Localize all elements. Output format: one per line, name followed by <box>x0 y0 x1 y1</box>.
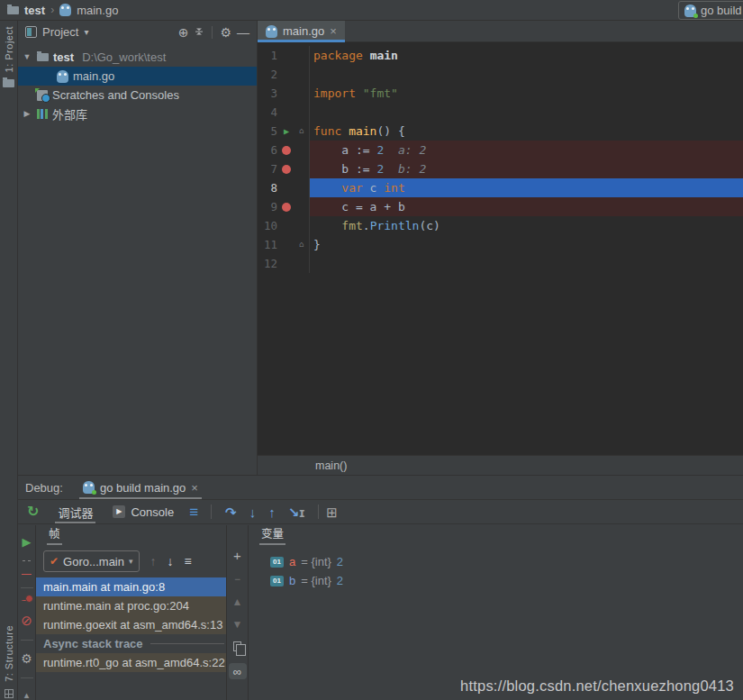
resume-icon[interactable]: ▶ <box>23 536 32 548</box>
locate-file-icon[interactable]: ⊕ <box>178 26 189 39</box>
gutter[interactable]: 4 <box>258 103 310 122</box>
code-text: func main() { <box>310 122 743 141</box>
next-frame-icon[interactable]: ↓ <box>168 555 174 568</box>
breakpoint-icon[interactable] <box>277 146 295 155</box>
code-line-1[interactable]: 1package main <box>258 46 743 65</box>
gear-icon[interactable]: ⚙ <box>220 26 231 39</box>
frame-row[interactable]: runtime.goexit at asm_amd64.s:13 <box>36 615 226 634</box>
debug-session-tab[interactable]: go build main.go × <box>79 476 202 499</box>
project-tree: ▼testD:\Go_work\testmain.goScratches and… <box>18 43 257 123</box>
project-panel-title[interactable]: Project <box>42 25 78 39</box>
breakpoint-dot <box>282 146 291 155</box>
gutter[interactable]: 12 <box>258 254 310 273</box>
breadcrumb-file[interactable]: main.go <box>77 4 118 17</box>
chevron-down-icon: ▾ <box>129 558 133 566</box>
code-line-6[interactable]: 6 a := 2 a: 2 <box>258 141 743 159</box>
chevron-down-icon[interactable]: ▾ <box>84 28 88 37</box>
tree-item-外部库[interactable]: ▶外部库 <box>18 105 257 123</box>
tab-frames[interactable]: 帧 <box>47 524 62 545</box>
breadcrumb-project[interactable]: test <box>24 4 45 17</box>
code-line-2[interactable]: 2 <box>258 65 743 84</box>
move-up-icon[interactable]: ▲ <box>232 596 243 607</box>
stop-icon[interactable] <box>22 574 32 575</box>
rerun-icon[interactable]: ↻ <box>27 505 39 519</box>
variable-row-a[interactable]: 01a= {int}2 <box>249 552 743 571</box>
code-line-12[interactable]: 12 <box>258 254 743 273</box>
goroutine-selector[interactable]: ✔ Goro...main ▾ <box>43 550 140 572</box>
editor-tab-maingo[interactable]: main.go × <box>258 21 345 41</box>
prev-frame-icon[interactable]: ↑ <box>150 555 157 568</box>
breakpoint-icon[interactable] <box>277 203 295 212</box>
gutter[interactable]: 8 <box>258 178 310 197</box>
debug-toolbar: ↻ 调试器 ▶ Console ≡ ↷ ↓ ↑ ↘ɪ ⊞ <box>18 499 743 524</box>
tab-console[interactable]: ▶ Console <box>103 500 184 523</box>
tab-variables[interactable]: 变量 <box>259 524 285 545</box>
breadcrumb-function[interactable]: main() <box>315 459 347 472</box>
gutter[interactable]: 7 <box>258 159 310 178</box>
show-watches-icon[interactable]: ∞ <box>229 663 247 679</box>
code-line-7[interactable]: 7 b := 2 b: 2 <box>258 159 743 178</box>
collapse-all-icon[interactable] <box>194 25 204 40</box>
code-line-11[interactable]: 11⌂} <box>258 235 743 254</box>
view-breakpoints-icon[interactable] <box>22 600 32 601</box>
run-configuration-selector[interactable]: go build <box>678 1 743 20</box>
run-to-cursor-icon[interactable]: ↘ɪ <box>288 505 305 520</box>
add-watch-icon[interactable]: + <box>233 549 241 562</box>
tool-window-tab-structure[interactable]: 7: Structure <box>4 625 14 682</box>
gutter[interactable]: 9 <box>258 197 310 216</box>
code-line-4[interactable]: 4 <box>258 103 743 122</box>
close-icon[interactable]: × <box>330 25 337 37</box>
tree-item-test[interactable]: ▼testD:\Go_work\test <box>18 48 257 67</box>
fold-marker-icon[interactable]: ⌂ <box>295 241 308 249</box>
gutter[interactable]: 6 <box>258 141 310 159</box>
frame-row[interactable]: runtime.main at proc.go:204 <box>36 596 226 615</box>
project-panel: Project ▾ ⊕ ⚙ — ▼testD:\Go_work\testmain… <box>18 21 258 475</box>
frames-group-header[interactable]: Async stack trace <box>36 634 226 653</box>
code-line-5[interactable]: 5▶⌂func main() { <box>258 122 743 141</box>
frame-label: runtime.main at proc.go:204 <box>43 599 189 613</box>
mute-breakpoints-icon[interactable]: ⊘ <box>21 614 32 627</box>
project-tool-icon[interactable] <box>3 79 14 87</box>
step-out-icon[interactable]: ↑ <box>268 505 276 519</box>
hide-frames-icon[interactable]: ≡ <box>185 555 192 568</box>
gutter[interactable]: 11⌂ <box>258 235 310 254</box>
settings-gear-icon[interactable]: ⚙ <box>21 652 32 665</box>
gutter[interactable]: 2 <box>258 65 310 84</box>
tree-item-main.go[interactable]: main.go <box>18 67 257 86</box>
tab-debugger[interactable]: 调试器 <box>48 500 103 523</box>
layout-menu-icon[interactable]: ≡ <box>189 505 198 520</box>
variable-row-b[interactable]: 01b= {int}2 <box>249 571 743 590</box>
evaluate-expression-icon[interactable]: ⊞ <box>326 505 338 519</box>
project-panel-header: Project ▾ ⊕ ⚙ — <box>18 21 257 43</box>
code-line-10[interactable]: 10 fmt.Println(c) <box>258 216 743 235</box>
tree-item-Scratches and Consoles[interactable]: Scratches and Consoles <box>18 86 257 105</box>
code-text <box>310 103 743 122</box>
fold-marker-icon[interactable]: ⌂ <box>295 127 308 135</box>
move-down-icon[interactable]: ▼ <box>232 619 243 630</box>
frame-row[interactable]: runtime.rt0_go at asm_amd64.s:22 <box>36 653 226 672</box>
remove-watch-icon[interactable]: − <box>234 574 240 585</box>
pause-icon[interactable] <box>23 560 31 561</box>
hide-panel-icon[interactable]: — <box>237 26 249 39</box>
code-area[interactable]: 1package main23import "fmt"45▶⌂func main… <box>258 42 743 455</box>
structure-tool-icon[interactable] <box>5 689 14 698</box>
gutter[interactable]: 1 <box>258 46 310 65</box>
tree-expanded-arrow-icon[interactable]: ▼ <box>22 53 32 61</box>
code-line-3[interactable]: 3import "fmt" <box>258 84 743 103</box>
run-method-icon[interactable]: ▶ <box>277 126 295 136</box>
step-into-icon[interactable]: ↓ <box>249 505 257 519</box>
tool-window-tab-project[interactable]: 1: Project <box>4 26 14 72</box>
gutter[interactable]: 5▶⌂ <box>258 122 310 141</box>
frame-row[interactable]: main.main at main.go:8 <box>36 577 226 596</box>
breakpoint-icon[interactable] <box>277 165 295 174</box>
pin-icon[interactable]: ▴ <box>24 690 30 700</box>
primitive-value-icon: 01 <box>270 576 284 586</box>
duplicate-watch-icon[interactable] <box>233 641 241 651</box>
gutter[interactable]: 3 <box>258 84 310 103</box>
code-line-8[interactable]: 8 var c int <box>258 178 743 197</box>
code-line-9[interactable]: 9 c = a + b <box>258 197 743 216</box>
close-icon[interactable]: × <box>191 482 198 494</box>
gutter[interactable]: 10 <box>258 216 310 235</box>
step-over-icon[interactable]: ↷ <box>225 505 237 519</box>
tree-collapsed-arrow-icon[interactable]: ▶ <box>22 110 32 118</box>
